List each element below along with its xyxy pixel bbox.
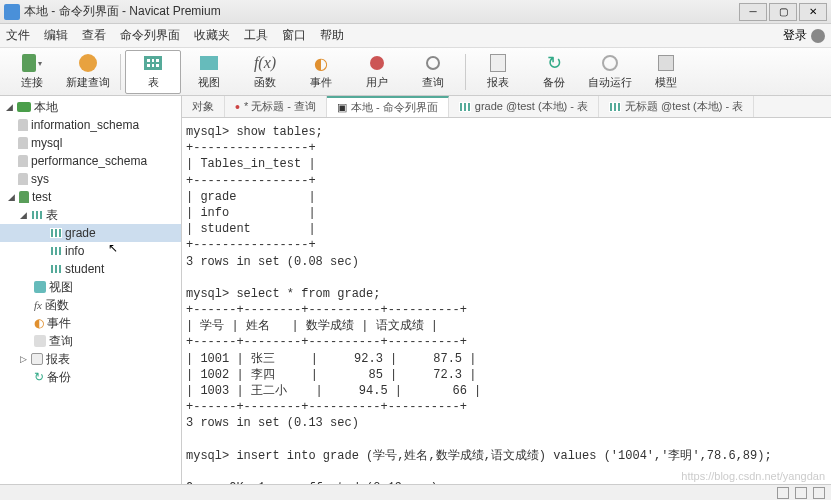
unsaved-dot-icon: • xyxy=(235,99,240,115)
status-bar xyxy=(0,484,831,500)
tree-tables-folder[interactable]: ◢表 xyxy=(0,206,181,224)
database-icon xyxy=(18,119,28,131)
terminal-icon: ▣ xyxy=(337,101,347,114)
function-label: 函数 xyxy=(254,75,276,90)
connect-label: 连接 xyxy=(21,75,43,90)
menu-favorites[interactable]: 收藏夹 xyxy=(194,27,230,44)
tree-table-grade[interactable]: grade xyxy=(0,224,181,242)
user-icon xyxy=(370,56,384,70)
table-icon xyxy=(50,246,62,256)
user-button[interactable]: 用户 xyxy=(349,50,405,94)
menu-view[interactable]: 查看 xyxy=(82,27,106,44)
menu-window[interactable]: 窗口 xyxy=(282,27,306,44)
menu-tools[interactable]: 工具 xyxy=(244,27,268,44)
event-icon: ◐ xyxy=(34,316,44,330)
tree-table-student[interactable]: student xyxy=(0,260,181,278)
table-icon xyxy=(50,264,62,274)
new-query-button[interactable]: 新建查询 xyxy=(60,50,116,94)
maximize-button[interactable]: ▢ xyxy=(769,3,797,21)
table-icon xyxy=(459,102,471,112)
view-icon xyxy=(34,281,46,293)
query-icon xyxy=(34,335,46,347)
tab-grade[interactable]: grade @test (本地) - 表 xyxy=(449,96,599,117)
tree-connection[interactable]: ◢本地 xyxy=(0,98,181,116)
menu-cmdline[interactable]: 命令列界面 xyxy=(120,27,180,44)
table-icon xyxy=(31,210,43,220)
tree-events[interactable]: ◐事件 xyxy=(0,314,181,332)
database-icon xyxy=(18,137,28,149)
separator xyxy=(120,54,121,90)
function-button[interactable]: f(x)函数 xyxy=(237,50,293,94)
connection-label: 本地 xyxy=(34,99,58,116)
query-icon xyxy=(79,54,97,72)
terminal-output[interactable]: mysql> show tables; +----------------+ |… xyxy=(182,118,831,484)
tab-cmdline[interactable]: ▣本地 - 命令列界面 xyxy=(327,96,449,117)
window-title: 本地 - 命令列界面 - Navicat Premium xyxy=(24,3,739,20)
connection-icon xyxy=(17,102,31,112)
model-button[interactable]: 模型 xyxy=(638,50,694,94)
view-button[interactable]: 视图 xyxy=(181,50,237,94)
tree-functions[interactable]: fx函数 xyxy=(0,296,181,314)
tree-db-test[interactable]: ◢test xyxy=(0,188,181,206)
backup-icon: ↻ xyxy=(547,52,562,74)
status-grid-icon[interactable] xyxy=(777,487,789,499)
view-label: 视图 xyxy=(198,75,220,90)
query-label: 查询 xyxy=(422,75,444,90)
report-label: 报表 xyxy=(487,75,509,90)
database-icon xyxy=(19,191,29,203)
view-icon xyxy=(200,56,218,70)
tree-db[interactable]: sys xyxy=(0,170,181,188)
tab-untitled-table[interactable]: 无标题 @test (本地) - 表 xyxy=(599,96,754,117)
connect-button[interactable]: ▾连接 xyxy=(4,50,60,94)
function-icon: f(x) xyxy=(254,54,276,72)
new-query-label: 新建查询 xyxy=(66,75,110,90)
table-icon xyxy=(609,102,621,112)
status-list-icon[interactable] xyxy=(813,487,825,499)
report-icon xyxy=(31,353,43,365)
separator xyxy=(465,54,466,90)
table-icon xyxy=(144,56,162,70)
database-icon xyxy=(18,155,28,167)
query-button[interactable]: 查询 xyxy=(405,50,461,94)
autorun-label: 自动运行 xyxy=(588,75,632,90)
model-icon xyxy=(658,55,674,71)
event-icon: ◐ xyxy=(314,54,328,73)
event-button[interactable]: ◐事件 xyxy=(293,50,349,94)
tree-reports[interactable]: ▷报表 xyxy=(0,350,181,368)
function-icon: fx xyxy=(34,299,42,311)
search-icon xyxy=(426,56,440,70)
table-icon xyxy=(50,228,62,238)
minimize-button[interactable]: ─ xyxy=(739,3,767,21)
tree-db[interactable]: information_schema xyxy=(0,116,181,134)
model-label: 模型 xyxy=(655,75,677,90)
autorun-button[interactable]: 自动运行 xyxy=(582,50,638,94)
tree-db[interactable]: performance_schema xyxy=(0,152,181,170)
tree-table-info[interactable]: info xyxy=(0,242,181,260)
event-label: 事件 xyxy=(310,75,332,90)
user-avatar-icon[interactable] xyxy=(811,29,825,43)
sidebar: ◢本地 information_schema mysql performance… xyxy=(0,96,182,484)
link-icon xyxy=(22,54,36,72)
backup-button[interactable]: ↻备份 xyxy=(526,50,582,94)
tree-backups[interactable]: ↻备份 xyxy=(0,368,181,386)
close-button[interactable]: ✕ xyxy=(799,3,827,21)
report-button[interactable]: 报表 xyxy=(470,50,526,94)
menu-help[interactable]: 帮助 xyxy=(320,27,344,44)
table-button[interactable]: 表 xyxy=(125,50,181,94)
backup-label: 备份 xyxy=(543,75,565,90)
user-label: 用户 xyxy=(366,75,388,90)
tab-object[interactable]: 对象 xyxy=(182,96,225,117)
tree-db[interactable]: mysql xyxy=(0,134,181,152)
watermark: https://blog.csdn.net/yangdan xyxy=(681,470,825,482)
report-icon xyxy=(490,54,506,72)
database-icon xyxy=(18,173,28,185)
login-link[interactable]: 登录 xyxy=(783,27,807,44)
table-label: 表 xyxy=(148,75,159,90)
tree-queries[interactable]: 查询 xyxy=(0,332,181,350)
status-detail-icon[interactable] xyxy=(795,487,807,499)
tree-views[interactable]: 视图 xyxy=(0,278,181,296)
clock-icon xyxy=(602,55,618,71)
menu-file[interactable]: 文件 xyxy=(6,27,30,44)
tab-untitled-query[interactable]: •* 无标题 - 查询 xyxy=(225,96,327,117)
menu-edit[interactable]: 编辑 xyxy=(44,27,68,44)
